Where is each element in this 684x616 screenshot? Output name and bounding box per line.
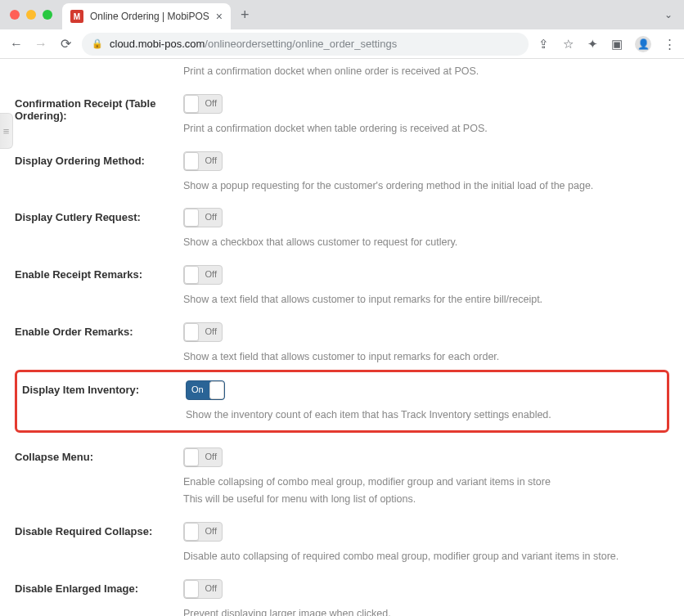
enable-order-remarks-label: Enable Order Remarks: — [15, 322, 183, 338]
collapse-menu-toggle[interactable]: Off — [183, 447, 223, 467]
enable-receipt-remarks-toggle[interactable]: Off — [183, 265, 223, 285]
browser-toolbar: ← → ⟳ 🔒 cloud.mobi-pos.com/onlineorderse… — [0, 29, 684, 59]
browser-tab-bar: M Online Ordering | MobiPOS × + ⌄ — [0, 0, 684, 29]
tab-title: Online Ordering | MobiPOS — [90, 11, 209, 22]
collapse-menu-desc-2: This will be useful for menu with long l… — [183, 492, 669, 507]
bookmark-star-icon[interactable]: ☆ — [561, 38, 574, 51]
side-drawer-handle[interactable]: ≡ — [0, 113, 13, 149]
collapse-menu-desc-1: Enable collapsing of combo meal group, m… — [183, 474, 669, 490]
disable-required-collapse-desc: Disable auto collapsing of required comb… — [183, 549, 669, 564]
browser-tab[interactable]: M Online Ordering | MobiPOS × — [62, 3, 231, 29]
extensions-puzzle-icon[interactable]: ✦ — [586, 38, 599, 51]
prev-setting-desc: Print a confirmation docket when online … — [183, 64, 669, 79]
disable-enlarged-image-label: Disable Enlarged Image: — [15, 579, 183, 595]
enable-order-remarks-toggle[interactable]: Off — [183, 322, 223, 342]
new-tab-button[interactable]: + — [241, 7, 250, 24]
menu-dots-icon[interactable]: ⋮ — [663, 38, 676, 51]
enable-receipt-remarks-desc: Show a text field that allows customer t… — [183, 292, 669, 308]
address-bar[interactable]: 🔒 cloud.mobi-pos.com/onlineordersetting/… — [82, 33, 529, 56]
display-ordering-method-label: Display Ordering Method: — [15, 151, 183, 167]
confirmation-receipt-label: Confirmation Receipt (Table Ordering): — [15, 94, 183, 122]
profile-avatar-icon[interactable]: 👤 — [635, 36, 651, 52]
back-button[interactable]: ← — [8, 36, 25, 52]
close-window-button[interactable] — [10, 10, 20, 20]
maximize-window-button[interactable] — [43, 10, 52, 20]
url-path: /onlineordersetting/online_order_setting… — [205, 38, 397, 50]
display-item-inventory-label: Display Item Inventory: — [22, 380, 186, 396]
disable-required-collapse-toggle[interactable]: Off — [183, 522, 223, 542]
confirmation-receipt-toggle[interactable]: Off — [183, 94, 223, 114]
enable-receipt-remarks-label: Enable Receipt Remarks: — [15, 265, 183, 281]
display-item-inventory-toggle[interactable]: On — [186, 380, 225, 400]
lock-icon: 🔒 — [92, 38, 103, 49]
share-icon[interactable]: ⇪ — [537, 38, 550, 51]
enable-order-remarks-desc: Show a text field that allows customer t… — [183, 349, 669, 365]
window-controls — [10, 10, 52, 20]
tab-favicon: M — [70, 10, 83, 23]
display-ordering-method-desc: Show a popup requesting for the customer… — [183, 178, 669, 194]
chevron-down-icon[interactable]: ⌄ — [664, 9, 673, 20]
display-ordering-method-toggle[interactable]: Off — [183, 151, 223, 171]
close-tab-icon[interactable]: × — [216, 10, 223, 23]
collapse-menu-label: Collapse Menu: — [15, 447, 183, 463]
url-domain: cloud.mobi-pos.com — [110, 38, 205, 50]
disable-enlarged-image-toggle[interactable]: Off — [183, 579, 223, 599]
display-cutlery-request-label: Display Cutlery Request: — [15, 208, 183, 223]
highlighted-setting: Display Item Inventory: On Show the inve… — [15, 370, 669, 434]
disable-enlarged-image-desc: Prevent displaying larger image when cli… — [183, 606, 669, 617]
display-cutlery-request-desc: Show a checkbox that allows customer to … — [183, 235, 669, 250]
display-item-inventory-desc: Show the inventory count of each item th… — [186, 407, 662, 423]
forward-button[interactable]: → — [33, 36, 49, 52]
panel-icon[interactable]: ▣ — [610, 38, 623, 51]
minimize-window-button[interactable] — [26, 10, 36, 20]
disable-required-collapse-label: Disable Required Collapse: — [15, 522, 183, 537]
confirmation-receipt-desc: Print a confirmation docket when table o… — [183, 121, 669, 137]
reload-button[interactable]: ⟳ — [57, 36, 74, 52]
display-cutlery-request-toggle[interactable]: Off — [183, 208, 223, 227]
settings-page: Print a confirmation docket when online … — [0, 59, 684, 616]
